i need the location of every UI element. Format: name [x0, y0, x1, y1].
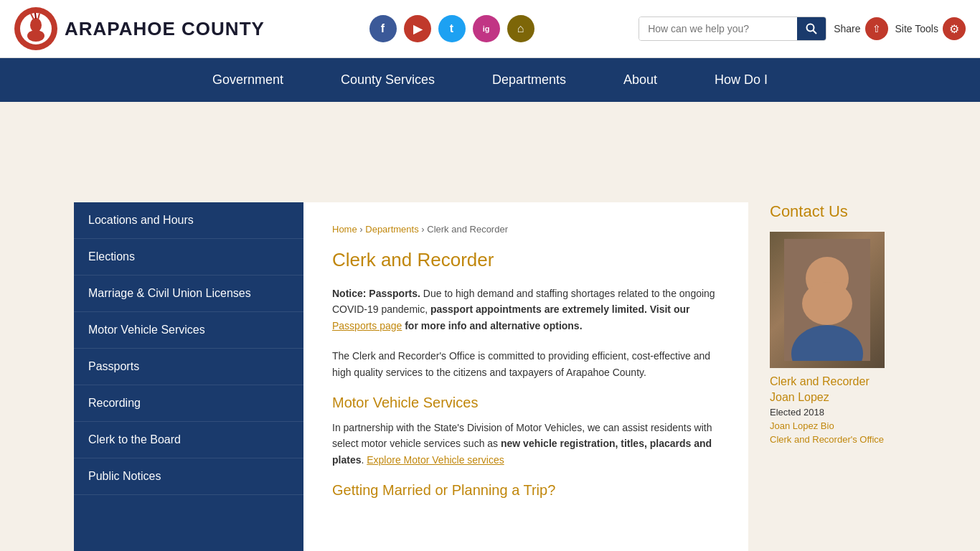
youtube-icon[interactable]: ▶	[404, 15, 431, 42]
share-button[interactable]: Share ⇧	[834, 17, 887, 40]
notice-end: for more info and alternative options.	[402, 320, 582, 331]
contact-name-line1: Clerk and Recorder	[770, 375, 906, 388]
sidebar-item-marriage[interactable]: Marriage & Civil Union Licenses	[74, 276, 303, 312]
sidebar-item-elections[interactable]: Elections	[74, 239, 303, 276]
facebook-icon[interactable]: f	[369, 15, 397, 42]
nav-item-about[interactable]: About	[595, 58, 686, 102]
motor-vehicle-section-title: Motor Vehicle Services	[332, 395, 720, 411]
instagram-icon[interactable]: ig	[473, 15, 500, 42]
motor-vehicle-text: In partnership with the State's Division…	[332, 420, 720, 468]
search-box	[639, 17, 826, 41]
contact-photo	[770, 232, 885, 368]
header: ARAPAHOE COUNTY f ▶ t ig ⌂ Share ⇧ Site …	[0, 0, 980, 58]
contact-name-line2: Joan Lopez	[770, 391, 906, 404]
sidebar-item-public-notices[interactable]: Public Notices	[74, 458, 303, 495]
right-sidebar: Contact Us Clerk and Recorder Joan Lopez…	[748, 202, 906, 551]
sidebar-item-clerk-board[interactable]: Clerk to the Board	[74, 422, 303, 458]
sidebar-item-passports[interactable]: Passports	[74, 349, 303, 385]
notice-bold2: passport appointments are extremely limi…	[430, 303, 690, 315]
svg-point-12	[802, 282, 852, 325]
married-section-title: Getting Married or Planning a Trip?	[332, 482, 720, 499]
search-icon	[806, 23, 817, 34]
page-title: Clerk and Recorder	[332, 249, 720, 271]
clerk-recorder-office-link[interactable]: Clerk and Recorder's Office	[770, 434, 906, 445]
site-tools-label: Site Tools	[895, 23, 938, 34]
search-input[interactable]	[639, 17, 797, 40]
breadcrumb-departments[interactable]: Departments	[365, 224, 418, 235]
logo-area: ARAPAHOE COUNTY	[14, 7, 265, 50]
gear-icon: ⚙	[943, 17, 966, 40]
header-right: Share ⇧ Site Tools ⚙	[639, 17, 966, 41]
nav-item-county-services[interactable]: County Services	[312, 58, 463, 102]
site-tools-button[interactable]: Site Tools ⚙	[895, 17, 966, 40]
svg-line-8	[814, 31, 817, 34]
social-icons: f ▶ t ig ⌂	[369, 15, 534, 42]
joan-lopez-bio-link[interactable]: Joan Lopez Bio	[770, 420, 906, 431]
nav-item-government[interactable]: Government	[184, 58, 312, 102]
main-nav: Government County Services Departments A…	[0, 58, 980, 102]
share-label: Share	[834, 23, 860, 34]
svg-point-7	[807, 24, 814, 32]
breadcrumb: Home › Departments › Clerk and Recorder	[332, 224, 720, 235]
explore-motor-vehicle-link[interactable]: Explore Motor Vehicle services	[367, 454, 504, 466]
svg-line-5	[35, 13, 36, 19]
search-button[interactable]	[797, 17, 826, 40]
notice-bold: Notice: Passports.	[332, 288, 420, 299]
home-icon[interactable]: ⌂	[507, 15, 534, 42]
main-content: Locations and Hours Elections Marriage &…	[60, 188, 920, 551]
sidebar: Locations and Hours Elections Marriage &…	[74, 202, 303, 551]
contact-elected: Elected 2018	[770, 407, 906, 418]
twitter-icon[interactable]: t	[438, 15, 466, 42]
sidebar-item-locations[interactable]: Locations and Hours	[74, 202, 303, 239]
hero-area	[0, 102, 980, 188]
intro-text: The Clerk and Recorder's Office is commi…	[332, 348, 720, 380]
logo-icon	[14, 7, 57, 50]
notice-box: Notice: Passports. Due to high demand an…	[332, 286, 720, 334]
svg-point-3	[27, 30, 44, 42]
sidebar-item-recording[interactable]: Recording	[74, 385, 303, 422]
breadcrumb-home[interactable]: Home	[332, 224, 357, 235]
nav-item-departments[interactable]: Departments	[463, 58, 595, 102]
share-icon: ⇧	[865, 17, 888, 40]
sidebar-item-motor-vehicle[interactable]: Motor Vehicle Services	[74, 312, 303, 349]
contact-photo-inner	[770, 232, 885, 368]
content-area: Home › Departments › Clerk and Recorder …	[303, 202, 748, 551]
breadcrumb-current: Clerk and Recorder	[427, 224, 508, 235]
passports-page-link[interactable]: Passports page	[332, 320, 402, 331]
contact-title: Contact Us	[770, 202, 906, 221]
logo-text: ARAPAHOE COUNTY	[65, 18, 265, 40]
nav-item-how-do-i[interactable]: How Do I	[686, 58, 796, 102]
